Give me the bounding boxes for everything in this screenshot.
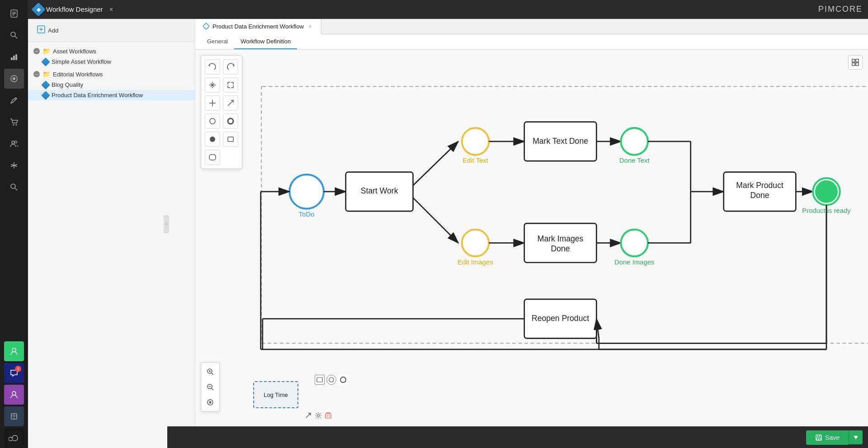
app-title-text: Workflow Designer — [46, 5, 103, 13]
tab-title: Product Data Enrichment Workflow — [212, 23, 304, 30]
action-circle-icon[interactable] — [326, 375, 336, 385]
arrow-start-upper — [413, 141, 458, 185]
sidebar-icon-search2[interactable] — [4, 177, 24, 197]
svg-line-11 — [15, 99, 16, 99]
done-text-node[interactable] — [621, 128, 648, 155]
sidebar-icon-document[interactable] — [4, 4, 24, 24]
sidebar-icon-users[interactable] — [4, 134, 24, 154]
tab-product-workflow[interactable]: Product Data Enrichment Workflow × — [195, 19, 321, 34]
save-label: Save — [825, 434, 840, 441]
tab-close-btn[interactable]: × — [307, 23, 314, 30]
tree-item-simple-asset[interactable]: Simple Asset Workflow — [28, 57, 195, 67]
zoom-fit-btn[interactable] — [203, 395, 217, 410]
mark-images-done-label: Mark Images — [538, 234, 584, 243]
top-bar-left: ◆ Workflow Designer ✕ — [33, 5, 116, 14]
svg-point-34 — [210, 118, 215, 124]
action-delete-icon[interactable] — [325, 412, 332, 421]
sub-tab-general[interactable]: General — [201, 34, 234, 49]
action-arrow-icon[interactable] — [305, 412, 312, 421]
sidebar-icon-chat[interactable]: 3 — [4, 363, 24, 383]
svg-point-30 — [212, 84, 214, 86]
top-bar: ◆ Workflow Designer ✕ PIMCORE — [28, 0, 868, 19]
tool-select[interactable] — [223, 77, 238, 93]
mark-images-done-label2: Done — [551, 244, 570, 253]
log-time-node[interactable]: Log Time — [253, 381, 298, 408]
toolbar-row-4 — [205, 113, 238, 129]
svg-rect-54 — [317, 377, 322, 382]
tree-group-asset-header[interactable]: − 📁 Asset Workflows — [28, 46, 195, 57]
action-circle-open-icon[interactable] — [338, 375, 348, 385]
diamond-icon-simple-asset — [41, 57, 50, 66]
tool-rect-rounded[interactable] — [205, 150, 220, 165]
sidebar-icon-person-green[interactable] — [4, 341, 24, 361]
sidebar-icon-chart[interactable] — [4, 47, 24, 67]
diamond-icon-blog — [41, 80, 50, 90]
svg-rect-37 — [228, 137, 233, 141]
add-button[interactable]: Add — [34, 24, 61, 37]
tree-item-blog-quality[interactable]: Blog Quality — [28, 80, 195, 90]
todo-node[interactable] — [289, 174, 324, 209]
edit-text-node[interactable] — [462, 128, 489, 155]
sidebar-icon-cart[interactable] — [4, 112, 24, 132]
sidebar-icon-workflow[interactable] — [4, 69, 24, 89]
save-dropdown-button[interactable] — [849, 430, 863, 444]
sidebar-icon-asterisk[interactable] — [4, 156, 24, 175]
done-text-label: Done Text — [619, 157, 650, 164]
svg-line-33 — [228, 100, 233, 106]
svg-point-65 — [818, 439, 819, 439]
save-bar: Save — [167, 426, 868, 448]
svg-point-10 — [13, 77, 15, 80]
tool-undo[interactable] — [205, 59, 220, 75]
action-rect-icon[interactable] — [315, 375, 325, 385]
edit-images-node[interactable] — [462, 230, 489, 257]
tree-group-editorial-header[interactable]: − 📁 Editorial Workflows — [28, 69, 195, 80]
close-app-tab[interactable]: ✕ — [107, 5, 116, 14]
zoom-out-btn[interactable] — [203, 380, 217, 394]
tool-resize[interactable] — [205, 95, 220, 111]
sub-tab-workflow-definition[interactable]: Workflow Definition — [234, 34, 297, 49]
collapse-editorial-btn[interactable]: − — [33, 71, 40, 77]
svg-point-13 — [15, 124, 17, 126]
tree-item-product-enrichment[interactable]: Product Data Enrichment Workflow — [28, 90, 195, 100]
zoom-controls — [201, 362, 220, 412]
svg-rect-59 — [326, 414, 331, 418]
svg-point-36 — [210, 137, 215, 142]
tool-redo[interactable] — [223, 59, 238, 75]
sidebar-icon-pencil[interactable] — [4, 90, 24, 110]
todo-label: ToDo — [299, 211, 315, 218]
collapse-asset-btn[interactable]: − — [33, 48, 40, 54]
tab-diamond-icon — [203, 23, 210, 30]
sidebar-icon-person-purple[interactable] — [4, 385, 24, 405]
tool-circle-thick[interactable] — [223, 113, 238, 129]
tool-circle-filled[interactable] — [205, 132, 220, 147]
content-wrapper: Add − 📁 Asset Workflows Simple Asset Wor… — [28, 19, 868, 448]
edit-images-label: Edit Images — [458, 259, 493, 266]
done-images-label: Done Images — [614, 259, 654, 266]
svg-rect-29 — [203, 23, 209, 29]
tool-arrow[interactable] — [223, 95, 238, 111]
diagram-toolbar — [201, 55, 242, 169]
sidebar-icon-infinity[interactable] — [4, 428, 24, 448]
toolbar-row-5 — [205, 132, 238, 147]
svg-point-15 — [14, 141, 17, 143]
tool-circle[interactable] — [205, 113, 220, 129]
folder-asset-icon: 📁 — [42, 47, 50, 55]
svg-point-55 — [329, 377, 334, 382]
zoom-in-btn[interactable] — [203, 364, 217, 379]
svg-point-21 — [12, 348, 16, 352]
sidebar-icon-search[interactable] — [4, 25, 24, 45]
tool-rect[interactable] — [223, 132, 238, 147]
svg-rect-38 — [209, 155, 216, 160]
diagram-container[interactable]: BPMN.io ToDo — [195, 50, 868, 448]
done-images-node[interactable] — [621, 230, 648, 257]
chat-badge: 3 — [15, 366, 21, 372]
sidebar-icon-box[interactable] — [4, 406, 24, 426]
svg-point-58 — [317, 415, 320, 417]
action-settings-icon[interactable] — [315, 412, 322, 421]
add-label: Add — [48, 27, 58, 34]
left-sidebar: 3 — [0, 0, 28, 448]
save-button[interactable]: Save — [806, 430, 849, 445]
tool-pan[interactable] — [205, 77, 220, 93]
panel-collapse-handle[interactable]: › — [164, 215, 169, 233]
node-actions — [315, 375, 348, 385]
